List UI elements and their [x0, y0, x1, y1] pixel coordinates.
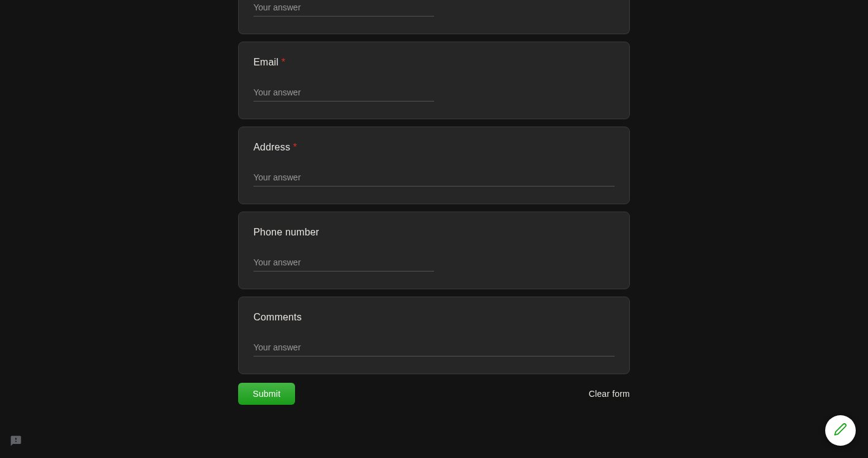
label-text: Comments — [253, 312, 302, 322]
input-wrapper — [253, 0, 434, 17]
edit-fab-button[interactable] — [825, 415, 856, 446]
required-indicator: * — [293, 142, 297, 152]
label-text: Phone number — [253, 227, 319, 237]
question-label: Address * — [253, 142, 615, 153]
input-wrapper — [253, 255, 434, 271]
question-label: Email * — [253, 57, 615, 68]
input-wrapper — [253, 340, 615, 356]
question-card-partial — [238, 0, 630, 34]
input-wrapper — [253, 85, 434, 102]
form-actions: Submit Clear form — [238, 383, 630, 417]
email-input[interactable] — [253, 85, 434, 102]
label-text: Address — [253, 142, 290, 152]
question-card-comments: Comments — [238, 297, 630, 374]
clear-form-button[interactable]: Clear form — [589, 389, 630, 399]
required-indicator: * — [282, 57, 285, 67]
input-wrapper — [253, 170, 615, 187]
question-card-phone: Phone number — [238, 212, 630, 289]
pencil-icon — [834, 423, 847, 438]
answer-input[interactable] — [253, 0, 434, 17]
submit-button[interactable]: Submit — [238, 383, 295, 405]
comments-input[interactable] — [253, 340, 615, 356]
question-card-email: Email * — [238, 42, 630, 119]
report-icon — [10, 435, 22, 449]
question-label: Phone number — [253, 227, 615, 238]
report-button[interactable] — [9, 435, 23, 449]
address-input[interactable] — [253, 170, 615, 187]
question-card-address: Address * — [238, 127, 630, 204]
label-text: Email — [253, 57, 279, 67]
question-label: Comments — [253, 312, 615, 323]
form-container: Email * Address * Phone number Comments — [238, 0, 630, 417]
phone-input[interactable] — [253, 255, 434, 271]
